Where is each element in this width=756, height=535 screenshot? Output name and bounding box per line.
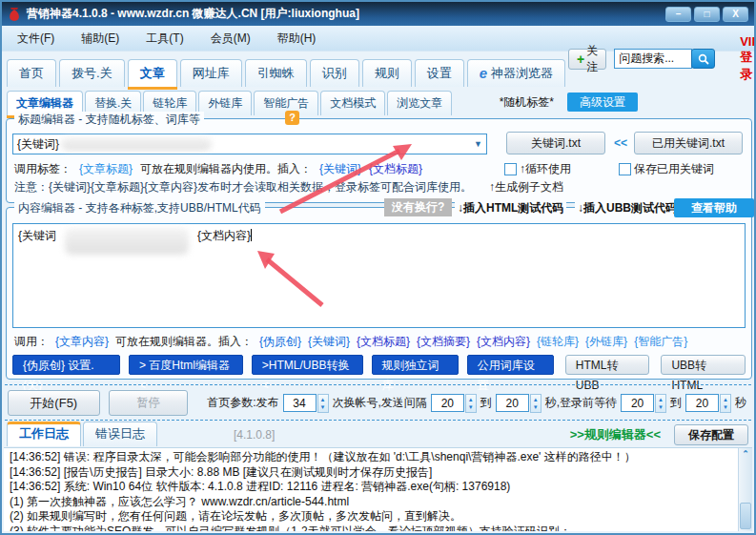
log-line: [14:36:52] 错误: 程序目录太深，可能会影响部分功能的使用！（建议放在… bbox=[4, 450, 752, 465]
start-button[interactable]: 开始(F5) bbox=[8, 390, 100, 416]
generate-example-link[interactable]: ↑生成例子文档 bbox=[489, 179, 563, 195]
main-tab[interactable]: 规则 bbox=[362, 59, 412, 87]
dashed-separator bbox=[5, 420, 751, 421]
main-tab[interactable]: 首页 bbox=[7, 59, 56, 87]
view-help-button[interactable]: 查看帮助 bbox=[674, 198, 754, 217]
main-tab-browser[interactable]: e 神器浏览器 bbox=[467, 59, 565, 87]
spinner-arrows[interactable]: ▲▼ bbox=[530, 394, 541, 413]
loop-use-checkbox[interactable] bbox=[504, 163, 517, 175]
spinner-up-icon[interactable]: ▲ bbox=[723, 396, 728, 403]
wait-to-input[interactable] bbox=[685, 394, 719, 412]
menu-item[interactable]: 工具(T) bbox=[146, 31, 183, 47]
insert-tag[interactable]: {文档标题} bbox=[357, 334, 410, 350]
spinner-down-icon[interactable]: ▼ bbox=[468, 403, 474, 411]
spinner-down-icon[interactable]: ▼ bbox=[658, 403, 664, 411]
transfer-arrows-label: << bbox=[614, 136, 627, 150]
action-button[interactable]: 规则独立词库 bbox=[372, 355, 459, 375]
main-tab[interactable]: 设置 bbox=[415, 59, 464, 87]
interval-from-input[interactable] bbox=[431, 394, 464, 412]
insert-tag-doc-title[interactable]: {文档标题} bbox=[369, 161, 422, 177]
publish-count-spinner: ▲▼ bbox=[283, 394, 329, 413]
insert-tag[interactable]: {智能广告} bbox=[634, 334, 687, 350]
title-input-combobox[interactable]: {关键词} ▼ bbox=[12, 134, 487, 154]
spinner-up-icon[interactable]: ▲ bbox=[533, 396, 539, 403]
rule-editor-link[interactable]: >>规则编辑器<< bbox=[570, 426, 661, 443]
spinner-up-icon[interactable]: ▲ bbox=[320, 396, 326, 403]
log-tab[interactable]: 错误日志 bbox=[83, 422, 157, 446]
scroll-up-icon[interactable]: ⌃ bbox=[739, 448, 752, 462]
run-controls: 开始(F5) 暂停 首页参数:发布 ▲▼ 次换帐号,发送间隔 ▲▼ 到 ▲▼ 秒… bbox=[8, 388, 750, 418]
spinner-down-icon[interactable]: ▼ bbox=[320, 403, 326, 411]
main-tab[interactable]: 识别 bbox=[310, 59, 359, 87]
app-icon bbox=[8, 7, 21, 22]
sub-tab[interactable]: 浏览文章 bbox=[387, 91, 452, 115]
action-button[interactable]: 公用词库设置 bbox=[467, 355, 554, 375]
sub-tab[interactable]: 文档模式 bbox=[320, 91, 385, 115]
save-used-checkbox[interactable] bbox=[619, 163, 631, 175]
ie-browser-icon: e bbox=[480, 68, 487, 79]
wait-from-input[interactable] bbox=[621, 394, 654, 412]
action-button[interactable]: >HTML/UBB转换< bbox=[252, 355, 363, 375]
advanced-settings-button[interactable]: 高级设置 bbox=[567, 93, 638, 112]
no-linebreak-badge[interactable]: 没有换行? bbox=[384, 198, 452, 216]
insert-tag[interactable]: {文档摘要} bbox=[417, 334, 470, 350]
content-textarea[interactable]: {关键词 {文档内容} bbox=[12, 223, 746, 328]
spinner-arrows[interactable]: ▲▼ bbox=[720, 394, 731, 413]
scrollbar-thumb[interactable] bbox=[740, 503, 751, 529]
maximize-button[interactable]: □ bbox=[694, 7, 720, 22]
main-tab[interactable]: 网址库 bbox=[180, 59, 242, 87]
sub-tab[interactable]: 外链库 bbox=[198, 91, 252, 115]
menu-item[interactable]: 帮助(H) bbox=[277, 31, 317, 47]
insert-tag-article-content[interactable]: {文章内容} bbox=[55, 334, 109, 350]
insert-ubb-test-link[interactable]: ↓插入UBB测试代码 bbox=[575, 200, 680, 216]
search-button[interactable] bbox=[691, 49, 715, 69]
insert-tag[interactable]: {外链库} bbox=[585, 334, 627, 350]
used-keywords-file-button[interactable]: 已用关键词.txt bbox=[634, 132, 743, 154]
pause-button[interactable]: 暂停 bbox=[109, 390, 189, 416]
follow-button[interactable]: + 关注 bbox=[568, 49, 606, 70]
spinner-down-icon[interactable]: ▼ bbox=[533, 403, 539, 411]
log-tab[interactable]: 工作日志 bbox=[7, 422, 81, 446]
log-scrollbar[interactable]: ⌃ bbox=[738, 448, 752, 531]
main-tab-bar: 首页拨号.关文章网址库引蜘蛛识别规则设置 e 神器浏览器 + 关注 VIP登录 bbox=[7, 56, 750, 87]
chevron-down-icon[interactable]: ▼ bbox=[474, 139, 482, 149]
insert-tag-article-title[interactable]: {文章标题} bbox=[79, 161, 133, 177]
main-tab[interactable]: 引蜘蛛 bbox=[245, 59, 307, 87]
save-config-button[interactable]: 保存配置 bbox=[674, 424, 748, 445]
help-icon[interactable]: ? bbox=[285, 111, 299, 125]
content-call-row: 调用： {文章内容} 可放在规则编辑器。插入： {伪原创}{关键词}{文档标题}… bbox=[14, 334, 687, 350]
spinner-arrows[interactable]: ▲▼ bbox=[655, 394, 666, 413]
spinner-arrows[interactable]: ▲▼ bbox=[465, 394, 477, 413]
menu-item[interactable]: 文件(F) bbox=[17, 31, 54, 47]
main-tab[interactable]: 拨号.关 bbox=[59, 59, 125, 87]
insert-tag[interactable]: {伪原创} bbox=[259, 334, 301, 350]
menu-item[interactable]: 会员(M) bbox=[211, 31, 251, 47]
spinner-down-icon[interactable]: ▼ bbox=[723, 403, 728, 411]
spinner-up-icon[interactable]: ▲ bbox=[658, 396, 664, 403]
wait-from-spinner: ▲▼ bbox=[621, 394, 666, 413]
vip-login-link[interactable]: VIP登录 bbox=[740, 34, 756, 83]
action-button[interactable]: {伪原创} 设置.(关) bbox=[12, 355, 120, 375]
search-input[interactable] bbox=[614, 49, 692, 69]
insert-tag-keyword[interactable]: {关键词} bbox=[319, 161, 361, 177]
action-button[interactable]: UBB转HTML bbox=[661, 355, 746, 375]
insert-tag[interactable]: {文档内容} bbox=[477, 334, 530, 350]
content-text-prefix: {关键词 bbox=[18, 228, 56, 244]
insert-tag[interactable]: {关键词} bbox=[308, 334, 350, 350]
spinner-up-icon[interactable]: ▲ bbox=[468, 396, 474, 403]
keywords-file-button[interactable]: 关键词.txt bbox=[506, 132, 605, 154]
spinner-arrows[interactable]: ▲▼ bbox=[317, 394, 329, 413]
random-tag-label: *随机标签* bbox=[500, 94, 554, 111]
insert-html-test-link[interactable]: ↓插入HTML测试代码 bbox=[455, 200, 566, 216]
interval-to-input[interactable] bbox=[496, 394, 529, 412]
content-text-suffix: {文档内容} bbox=[197, 228, 252, 244]
action-button[interactable]: > 百度Html编辑器< bbox=[129, 355, 243, 375]
title-input-value: {关键词} bbox=[17, 136, 59, 153]
insert-tag[interactable]: {链轮库} bbox=[537, 334, 579, 350]
action-button[interactable]: HTML转UBB bbox=[565, 355, 650, 375]
menu-item[interactable]: 辅助(E) bbox=[81, 31, 119, 47]
close-button[interactable]: X bbox=[723, 7, 748, 22]
main-tab[interactable]: 文章 bbox=[128, 59, 177, 87]
publish-count-input[interactable] bbox=[283, 394, 317, 412]
minimize-button[interactable]: – bbox=[665, 7, 691, 22]
